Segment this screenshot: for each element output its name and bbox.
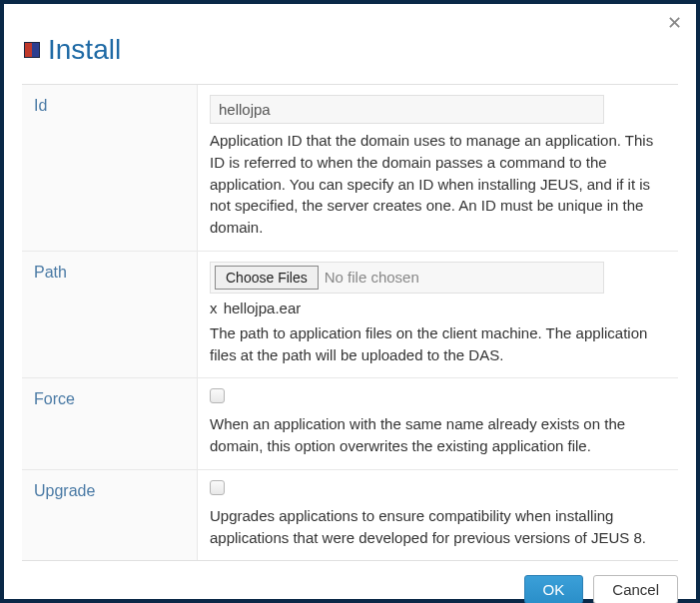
remove-file-icon[interactable]: x [210,300,218,316]
dialog-title: Install [48,34,121,66]
content-id: Application ID that the domain uses to m… [198,85,678,251]
help-path: The path to application files on the cli… [210,322,666,366]
content-path: Choose Files No file chosen x hellojpa.e… [198,252,678,378]
row-upgrade: Upgrade Upgrades applications to ensure … [22,470,678,561]
cancel-button[interactable]: Cancel [593,575,678,603]
choose-files-button[interactable]: Choose Files [215,266,319,290]
content-upgrade: Upgrades applications to ensure compatib… [198,470,678,561]
label-path: Path [22,252,198,378]
file-status-text: No file chosen [325,269,419,286]
help-id: Application ID that the domain uses to m… [210,130,666,239]
content-force: When an application with the same name a… [198,378,678,469]
dialog-header: Install [4,4,696,84]
ok-button[interactable]: OK [524,575,584,603]
force-checkbox[interactable] [210,388,225,403]
install-dialog: ✕ Install Id Application ID that the dom… [0,0,700,603]
label-id: Id [22,85,198,251]
help-upgrade: Upgrades applications to ensure compatib… [210,505,666,549]
label-force: Force [22,378,198,469]
help-force: When an application with the same name a… [210,413,666,457]
chosen-file: x hellojpa.ear [210,300,666,316]
row-id: Id Application ID that the domain uses t… [22,85,678,252]
form-body: Id Application ID that the domain uses t… [22,84,678,561]
row-force: Force When an application with the same … [22,378,678,470]
id-input[interactable] [210,95,604,124]
upgrade-checkbox[interactable] [210,480,225,495]
dialog-footer: OK Cancel [4,561,696,603]
chosen-filename: hellojpa.ear [224,300,302,316]
row-path: Path Choose Files No file chosen x hello… [22,252,678,379]
file-picker: Choose Files No file chosen [210,262,604,294]
close-icon[interactable]: ✕ [667,14,682,32]
app-icon [24,42,40,58]
label-upgrade: Upgrade [22,470,198,561]
